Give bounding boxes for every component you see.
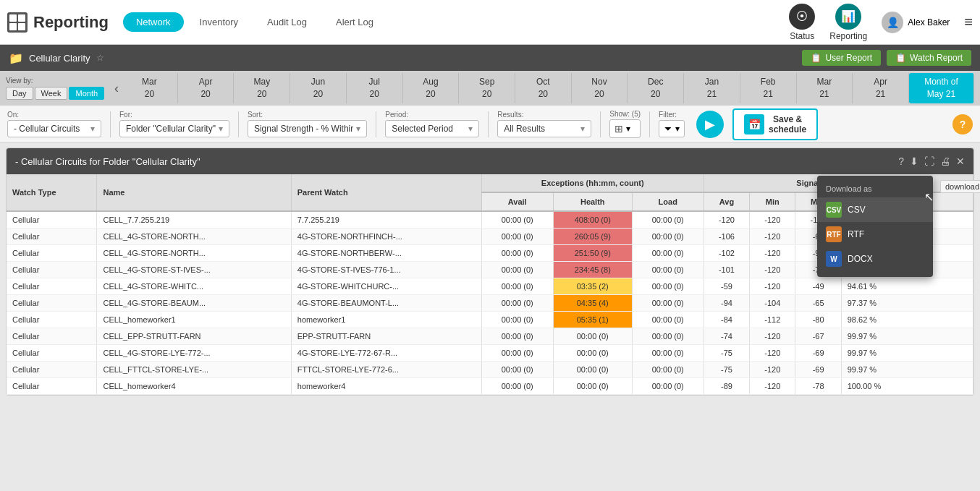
tab-network[interactable]: Network	[123, 12, 184, 32]
cell-type: Cellular	[7, 211, 97, 229]
cell-avail: 00:00 (0)	[481, 278, 553, 295]
cell-parent[interactable]: homeworker4	[291, 378, 481, 395]
cell-name[interactable]: CELL_4G-STORE-LYE-772-...	[97, 345, 291, 362]
cell-health: 05:35 (1)	[553, 312, 632, 328]
month-apr21[interactable]: Apr21	[853, 73, 909, 103]
month-list: Mar20 Apr20 May20 Jun20 Jul20 Aug20 Sep2…	[122, 73, 909, 103]
grid-icon: ⊞	[614, 123, 623, 135]
cell-pct: 100.00 %	[841, 378, 973, 395]
save-schedule-label: Save &schedule	[769, 114, 806, 135]
download-rtf[interactable]: RTF RTF	[817, 222, 933, 247]
month-nov20[interactable]: Nov20	[572, 73, 628, 103]
tab-alert-log[interactable]: Alert Log	[323, 12, 386, 32]
month-dec20[interactable]: Dec20	[628, 73, 684, 103]
user-avatar: 👤	[882, 12, 903, 33]
cell-parent[interactable]: 7.7.255.219	[291, 211, 481, 229]
run-button[interactable]: ▶	[696, 111, 724, 138]
divider-1	[110, 111, 111, 137]
month-apr20[interactable]: Apr20	[178, 73, 235, 103]
tab-audit-log[interactable]: Audit Log	[254, 12, 320, 32]
cell-parent[interactable]: 4G-STORE-NORTHBERW-...	[291, 245, 481, 262]
cell-parent[interactable]: 4G-STORE-ST-IVES-776-1...	[291, 262, 481, 278]
cell-parent[interactable]: EPP-STRUTT-FARN	[291, 328, 481, 345]
user-report-button[interactable]: 📋 User Report	[802, 50, 881, 66]
watch-report-button[interactable]: 📋 Watch Report	[887, 50, 971, 66]
cell-parent[interactable]: FTTCL-STORE-LYE-772-6...	[291, 362, 481, 378]
for-value: Folder "Cellular Clarity"	[126, 124, 216, 134]
save-schedule-button[interactable]: 📅 Save &schedule	[732, 108, 818, 140]
cell-health: 251:50 (9)	[553, 245, 632, 262]
month-jun20[interactable]: Jun20	[290, 73, 347, 103]
month-may21-active[interactable]: Month of May 21	[909, 73, 974, 103]
cell-name[interactable]: CELL_4G-STORE-ST-IVES-...	[97, 262, 291, 278]
close-icon[interactable]: ✕	[956, 155, 965, 167]
reporting-button[interactable]: 📊 Reporting	[829, 4, 867, 41]
cell-min: -120	[750, 211, 795, 229]
month-button[interactable]: Month	[69, 87, 104, 100]
cell-avail: 00:00 (0)	[481, 328, 553, 345]
month-mar20[interactable]: Mar20	[122, 73, 178, 103]
month-oct20[interactable]: Oct20	[515, 73, 572, 103]
cell-name[interactable]: CELL_EPP-STRUTT-FARN	[97, 328, 291, 345]
cell-name[interactable]: CELL_7.7.255.219	[97, 211, 291, 229]
col-watch-type: Watch Type	[7, 174, 97, 211]
show-select[interactable]: ⊞ ▾	[609, 119, 641, 138]
star-icon[interactable]: ☆	[96, 53, 104, 63]
month-jan21[interactable]: Jan21	[684, 73, 740, 103]
expand-icon[interactable]: ⛶	[924, 155, 934, 167]
download-icon[interactable]: ⬇	[910, 155, 918, 167]
cell-name[interactable]: CELL_FTTCL-STORE-LYE-...	[97, 362, 291, 378]
cell-avail: 00:00 (0)	[481, 229, 553, 245]
show-label: Show: (5)	[609, 110, 641, 118]
cell-parent[interactable]: homeworker1	[291, 312, 481, 328]
month-feb21[interactable]: Feb21	[740, 73, 797, 103]
status-button[interactable]: ⦿ Status	[789, 4, 815, 41]
print-icon[interactable]: 🖨	[940, 155, 950, 167]
cell-parent[interactable]: 4G-STORE-NORTHFINCH-...	[291, 229, 481, 245]
cell-health: 04:35 (4)	[553, 295, 632, 312]
week-button[interactable]: Week	[35, 87, 68, 100]
period-select[interactable]: Selected Period ▾	[385, 120, 479, 137]
filter-select[interactable]: ⏷ ▾	[659, 120, 685, 137]
cell-load: 00:00 (0)	[632, 229, 704, 245]
prev-month-arrow[interactable]: ‹	[111, 81, 122, 96]
sort-filter-group: Sort: Signal Strength - % Withir ▾	[248, 111, 367, 137]
results-chevron-icon: ▾	[580, 124, 585, 134]
month-may20[interactable]: May20	[234, 73, 290, 103]
tab-inventory[interactable]: Inventory	[187, 12, 251, 32]
cell-name[interactable]: CELL_4G-STORE-WHITC...	[97, 278, 291, 295]
col-health: Health	[553, 192, 632, 211]
cell-type: Cellular	[7, 378, 97, 395]
cell-pct: 97.37 %	[841, 295, 973, 312]
col-avg: Avg	[704, 192, 749, 211]
for-select[interactable]: Folder "Cellular Clarity" ▾	[119, 120, 229, 137]
cell-load: 00:00 (0)	[632, 211, 704, 229]
sort-select[interactable]: Signal Strength - % Withir ▾	[248, 120, 367, 137]
view-by-group: View by: Day Week Month	[6, 77, 104, 100]
cell-name[interactable]: CELL_homeworker1	[97, 312, 291, 328]
filter-group-area: Filter: ⏷ ▾	[659, 111, 685, 137]
month-jul20[interactable]: Jul20	[347, 73, 403, 103]
month-sep20[interactable]: Sep20	[459, 73, 515, 103]
cell-name[interactable]: CELL_4G-STORE-NORTH...	[97, 229, 291, 245]
help-button[interactable]: ?	[952, 114, 973, 135]
hamburger-menu[interactable]: ≡	[964, 14, 973, 30]
cell-parent[interactable]: 4G-STORE-BEAUMONT-L...	[291, 295, 481, 312]
download-docx[interactable]: W DOCX	[817, 247, 933, 271]
cell-avail: 00:00 (0)	[481, 245, 553, 262]
cell-parent[interactable]: 4G-STORE-WHITCHURC-...	[291, 278, 481, 295]
help-table-icon[interactable]: ?	[898, 155, 904, 167]
download-csv[interactable]: CSV CSV download ↖	[817, 197, 933, 222]
cell-parent[interactable]: 4G-STORE-LYE-772-67-R...	[291, 345, 481, 362]
save-schedule-icon: 📅	[744, 114, 764, 135]
month-mar21[interactable]: Mar21	[797, 73, 853, 103]
month-aug20[interactable]: Aug20	[403, 73, 460, 103]
cell-avail: 00:00 (0)	[481, 312, 553, 328]
day-button[interactable]: Day	[6, 87, 33, 100]
status-label: Status	[790, 31, 814, 41]
cell-name[interactable]: CELL_4G-STORE-BEAUM...	[97, 295, 291, 312]
cell-name[interactable]: CELL_homeworker4	[97, 378, 291, 395]
results-select[interactable]: All Results ▾	[497, 120, 591, 137]
cell-name[interactable]: CELL_4G-STORE-NORTH...	[97, 245, 291, 262]
on-select[interactable]: - Cellular Circuits ▾	[7, 120, 101, 137]
